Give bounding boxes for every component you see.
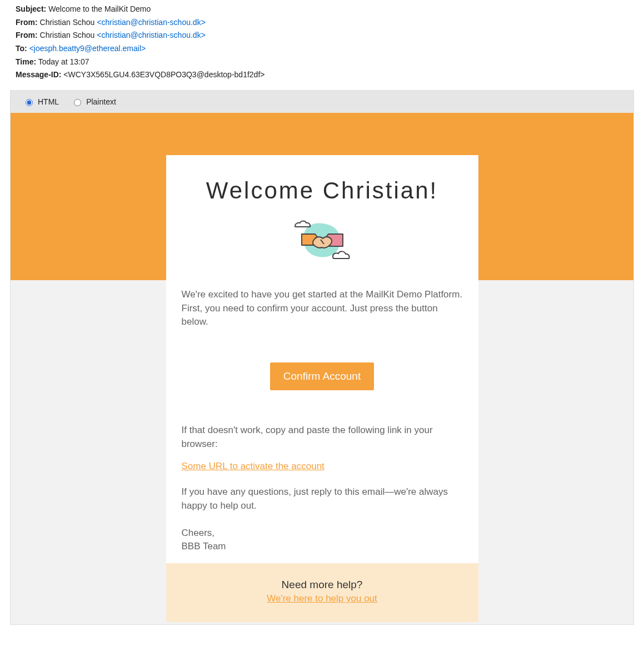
from-name-2: Christian Schou bbox=[40, 31, 97, 39]
from-label-1: From: bbox=[16, 18, 38, 27]
radio-html-input[interactable] bbox=[26, 99, 33, 106]
msgid-label: Message-ID: bbox=[16, 70, 61, 79]
questions-text: If you have any questions, just reply to… bbox=[182, 485, 463, 513]
from-label-2: From: bbox=[16, 31, 38, 39]
email-card: Welcome Christian! bbox=[166, 155, 478, 576]
radio-html[interactable]: HTML bbox=[23, 97, 59, 106]
time-value: Today at 13:07 bbox=[38, 57, 89, 66]
help-link[interactable]: We're here to help you out bbox=[267, 593, 377, 604]
handshake-icon bbox=[182, 216, 463, 268]
signoff-team: BBB Team bbox=[182, 541, 226, 551]
intro-text: We're excited to have you get started at… bbox=[182, 288, 463, 329]
subject-label: Subject: bbox=[16, 4, 46, 13]
signoff: Cheers, BBB Team bbox=[182, 526, 463, 554]
meta-from-1: From: Christian Schou <christian@christi… bbox=[16, 17, 628, 29]
welcome-title: Welcome Christian! bbox=[182, 177, 463, 204]
subject-value: Welcome to the MailKit Demo bbox=[48, 4, 151, 13]
view-switch: HTML Plaintext bbox=[11, 91, 633, 113]
signoff-cheers: Cheers, bbox=[182, 528, 215, 538]
meta-msgid: Message-ID: <WCY3X565LGU4.63E3VQD8PO3Q3@… bbox=[16, 69, 628, 81]
time-label: Time: bbox=[16, 57, 36, 66]
radio-plaintext-input[interactable] bbox=[74, 99, 81, 106]
to-label: To: bbox=[16, 44, 27, 53]
from-email-2[interactable]: <christian@christian-schou.dk> bbox=[97, 31, 206, 39]
confirm-account-button[interactable]: Confirm Account bbox=[270, 362, 374, 390]
from-name-1: Christian Schou bbox=[40, 18, 97, 27]
radio-html-label: HTML bbox=[38, 97, 59, 106]
email-meta: Subject: Welcome to the MailKit Demo Fro… bbox=[0, 0, 644, 90]
confirm-button-row: Confirm Account bbox=[182, 362, 463, 390]
email-body-area: Welcome Christian! bbox=[11, 113, 633, 624]
help-title: Need more help? bbox=[177, 579, 467, 591]
from-email-1[interactable]: <christian@christian-schou.dk> bbox=[97, 18, 206, 27]
meta-from-2: From: Christian Schou <christian@christi… bbox=[16, 29, 628, 42]
to-email[interactable]: <joesph.beatty9@ethereal.email> bbox=[29, 44, 146, 53]
help-card: Need more help? We're here to help you o… bbox=[166, 563, 478, 622]
msgid-value: <WCY3X565LGU4.63E3VQD8PO3Q3@desktop-bd1f… bbox=[63, 70, 264, 79]
radio-plaintext-label: Plaintext bbox=[86, 97, 116, 106]
meta-subject: Subject: Welcome to the MailKit Demo bbox=[16, 3, 628, 16]
meta-time: Time: Today at 13:07 bbox=[16, 56, 628, 68]
meta-to: To: <joesph.beatty9@ethereal.email> bbox=[16, 43, 628, 55]
email-viewer: HTML Plaintext Welcome Christian! bbox=[10, 90, 634, 625]
fallback-text: If that doesn't work, copy and paste the… bbox=[182, 424, 463, 451]
radio-plaintext[interactable]: Plaintext bbox=[71, 97, 116, 106]
activation-link[interactable]: Some URL to activate the account bbox=[182, 461, 325, 472]
